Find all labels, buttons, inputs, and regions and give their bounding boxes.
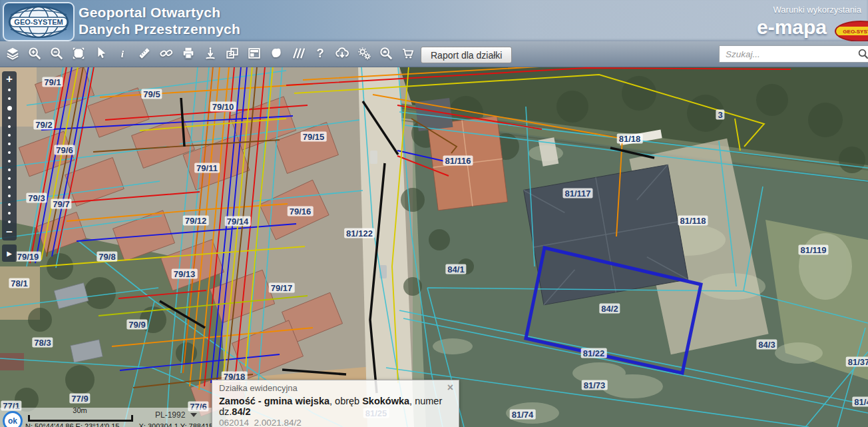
zoom-level-dot[interactable] <box>8 160 11 163</box>
popup-description-segment: Skokówka <box>362 396 409 406</box>
popup-title: Działka ewidencyjna <box>219 383 298 393</box>
toolbar: i? Raport dla działki <box>0 41 868 67</box>
coordinates-readout: N: 50°44'44.86 E: 23°14'0.15 X: 300304.1… <box>25 422 213 427</box>
print-icon[interactable] <box>181 46 196 61</box>
zoom-level-dot[interactable] <box>8 169 11 171</box>
zoom-level-dot[interactable] <box>8 212 11 214</box>
parcel-id: 062014_2.0021.84/2 <box>212 417 459 427</box>
popup-description-segment: 84/2 <box>232 406 250 417</box>
search-box <box>719 45 868 63</box>
zoom-level-dot[interactable] <box>8 134 11 137</box>
svg-text:GEO-SYSTEM: GEO-SYSTEM <box>843 29 868 35</box>
title-line-2: Danych Przestrzennych <box>79 21 240 37</box>
zoom-level-dot[interactable] <box>8 125 11 128</box>
layout-icon[interactable] <box>247 46 262 61</box>
full-extent-icon[interactable] <box>71 46 86 61</box>
layers-icon[interactable] <box>5 46 20 61</box>
search-icon[interactable] <box>857 48 868 60</box>
chevron-down-icon <box>190 413 197 417</box>
terms-link[interactable]: Warunki wykorzystania <box>773 5 861 15</box>
zoom-level-dot[interactable] <box>8 143 11 145</box>
zoom-level-dot[interactable] <box>8 177 11 180</box>
map-status-bar: 30m PL-1992 N: 50°44'44.86 E: 23°14'0.15… <box>0 408 212 427</box>
hatch-icon[interactable] <box>291 46 306 61</box>
page-title: Geoportal Otwartych Danych Przestrzennyc… <box>79 4 240 37</box>
popup-description-segment: , obręb <box>329 396 362 406</box>
aerial-basemap <box>0 67 868 427</box>
measure-icon[interactable] <box>137 46 152 61</box>
xy-coordinates: X: 300304.1 Y: 788415 <box>139 422 214 427</box>
pointer-icon[interactable] <box>93 46 108 61</box>
geoportal-app: 79/179/579/10379/279/1581/1879/681/11679… <box>0 0 868 427</box>
zoom-out-icon[interactable] <box>49 46 64 61</box>
expand-panel-tab[interactable]: ▶ <box>2 244 17 262</box>
geo-coordinates: N: 50°44'44.86 E: 23°14'0.15 <box>25 422 119 427</box>
zoom-level-dot[interactable] <box>8 151 11 154</box>
zoom-in-button[interactable]: + <box>6 73 13 85</box>
polygon-icon[interactable] <box>269 46 284 61</box>
zoom-level-dot[interactable] <box>8 117 11 119</box>
report-button[interactable]: Raport dla działki <box>421 47 512 63</box>
scale-label: 30m <box>28 406 132 414</box>
parcel-info-popup: Działka ewidencyjna × Zamość - gmina wie… <box>212 380 459 427</box>
svg-text:GEO-SYSTEM: GEO-SYSTEM <box>14 18 63 26</box>
crs-selector[interactable]: PL-1992 <box>155 410 197 420</box>
settings-icon[interactable] <box>357 46 371 61</box>
help-icon[interactable]: ? <box>313 46 327 61</box>
zoom-level-dot[interactable] <box>8 186 11 189</box>
zoom-level-track[interactable] <box>7 85 12 226</box>
copy-view-icon[interactable] <box>225 46 240 61</box>
cloud-download-icon[interactable] <box>335 46 349 61</box>
popup-description: Zamość - gmina wiejska, obręb Skokówka, … <box>212 393 459 417</box>
globe-icon: GEO-SYSTEM <box>7 5 71 39</box>
link-icon[interactable] <box>159 46 174 61</box>
search-location-icon[interactable] <box>379 46 393 61</box>
header: GEO-SYSTEM Geoportal Otwartych Danych Pr… <box>0 0 868 41</box>
crs-value: PL-1992 <box>155 410 185 420</box>
close-icon[interactable]: × <box>447 383 453 392</box>
ok-badge: ok <box>3 411 23 427</box>
zoom-level-dot[interactable] <box>8 97 11 100</box>
search-input[interactable] <box>719 45 868 63</box>
zoom-level-dot[interactable] <box>8 203 11 206</box>
svg-text:?: ? <box>316 46 324 60</box>
zoom-control: + − <box>2 71 17 240</box>
zoom-out-button[interactable]: − <box>6 226 13 238</box>
drop-marker-icon[interactable] <box>203 46 218 61</box>
scale-bar <box>28 415 133 422</box>
map-viewport[interactable] <box>0 67 868 427</box>
svg-text:i: i <box>121 48 124 59</box>
title-line-1: Geoportal Otwartych <box>79 4 240 21</box>
zoom-level-dot[interactable] <box>8 89 11 91</box>
zoom-level-dot[interactable] <box>8 220 11 223</box>
emapa-wordmark: e-mapa <box>757 16 827 39</box>
geo-system-logo[interactable]: GEO-SYSTEM <box>3 2 75 41</box>
cart-icon[interactable] <box>401 46 415 61</box>
zoom-in-icon[interactable] <box>27 46 42 61</box>
info-icon[interactable]: i <box>115 46 130 61</box>
toolbar-icons: i? <box>5 46 437 61</box>
zoom-level-dot[interactable] <box>7 106 12 111</box>
popup-description-segment: Zamość - gmina wiejska <box>219 396 329 406</box>
zoom-level-dot[interactable] <box>8 195 11 197</box>
